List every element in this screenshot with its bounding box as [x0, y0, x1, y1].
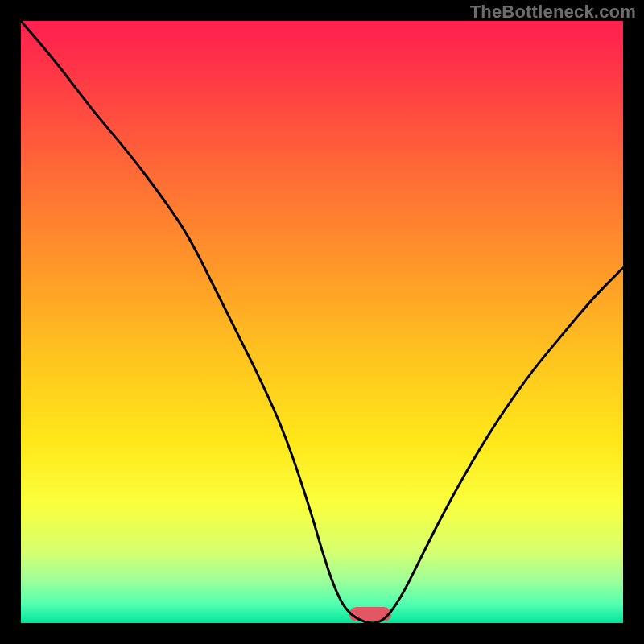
plot-border-bottom	[0, 623, 644, 644]
plot-border-right	[623, 0, 644, 644]
chart-frame: TheBottleneck.com	[0, 0, 644, 644]
plot-border-left	[0, 0, 21, 644]
bottleneck-chart	[0, 0, 644, 644]
watermark-label: TheBottleneck.com	[470, 2, 636, 23]
gradient-background	[21, 21, 623, 623]
